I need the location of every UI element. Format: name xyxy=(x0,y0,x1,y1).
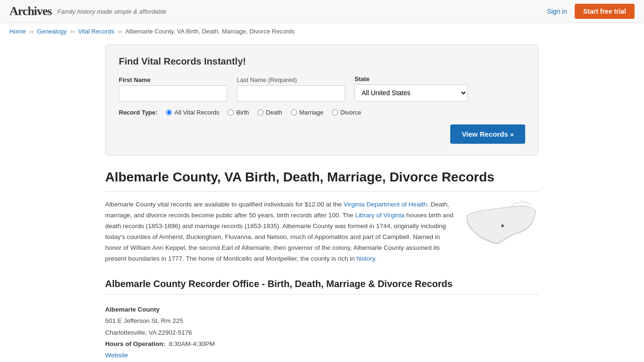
virginia-map-svg xyxy=(465,201,538,248)
record-type-label: Record Type: xyxy=(119,109,157,116)
recorder-info: Albemarle County 501 E Jefferson St, Rm … xyxy=(105,304,539,361)
state-label: State xyxy=(355,75,468,82)
radio-marriage-label: Marriage xyxy=(299,109,323,116)
sign-in-link[interactable]: Sign in xyxy=(547,8,567,15)
recorder-hours: 8:30AM-4:30PM xyxy=(169,340,215,347)
first-name-group: First Name xyxy=(119,76,227,101)
library-va-link[interactable]: Library of Virginia xyxy=(355,212,405,219)
state-group: State All United States Virginia xyxy=(355,75,468,101)
radio-birth-input[interactable] xyxy=(228,109,234,115)
recorder-address2: Charlottesville, VA 22902-5176 xyxy=(105,327,539,338)
recorder-address1: 501 E Jefferson St, Rm 225 xyxy=(105,315,539,327)
recorder-name: Albemarle County xyxy=(105,306,160,313)
radio-death[interactable]: Death xyxy=(257,109,282,116)
breadcrumb: Home ›› Genealogy ›› Vital Records ›› Al… xyxy=(0,23,644,40)
radio-death-label: Death xyxy=(266,109,282,116)
page-heading: Albemarle County, VA Birth, Death, Marri… xyxy=(105,169,539,192)
last-name-label: Last Name (Required) xyxy=(237,76,345,83)
search-box: Find Vital Records Instantly! First Name… xyxy=(105,44,539,156)
search-fields: First Name Last Name (Required) State Al… xyxy=(119,75,525,101)
breadcrumb-home[interactable]: Home xyxy=(9,28,26,35)
first-name-input[interactable] xyxy=(119,85,227,101)
breadcrumb-sep-3: ›› xyxy=(118,28,122,35)
breadcrumb-sep-1: ›› xyxy=(29,28,33,35)
description-section: Albemarle County vital records are avail… xyxy=(105,199,539,264)
logo: Archives xyxy=(9,4,52,18)
recorder-hours-label: Hours of Operation: xyxy=(105,340,165,347)
view-records-button[interactable]: View Records » xyxy=(450,124,525,144)
search-button-row: View Records » xyxy=(119,124,525,144)
record-type-row: Record Type: All Vital Records Birth Dea… xyxy=(119,109,525,116)
history-link[interactable]: history xyxy=(356,255,375,262)
tagline: Family history made simple & affordable xyxy=(58,8,166,15)
radio-divorce[interactable]: Divorce xyxy=(332,109,361,116)
header-left: Archives Family history made simple & af… xyxy=(9,4,166,18)
first-name-label: First Name xyxy=(119,76,227,83)
va-dept-link[interactable]: Virginia Department of Health xyxy=(344,201,427,208)
radio-divorce-label: Divorce xyxy=(340,109,361,116)
state-select[interactable]: All United States Virginia xyxy=(355,84,468,101)
radio-divorce-input[interactable] xyxy=(332,109,338,115)
description-text: Albemarle County vital records are avail… xyxy=(105,199,454,264)
breadcrumb-genealogy[interactable]: Genealogy xyxy=(37,28,67,35)
radio-marriage[interactable]: Marriage xyxy=(291,109,323,116)
last-name-input[interactable] xyxy=(237,85,345,101)
radio-birth[interactable]: Birth xyxy=(228,109,249,116)
main-content: Find Vital Records Instantly! First Name… xyxy=(96,40,548,362)
svg-line-1 xyxy=(512,204,514,206)
header-right: Sign in Start free trial xyxy=(547,4,635,19)
last-name-group: Last Name (Required) xyxy=(237,76,345,101)
virginia-map xyxy=(463,199,539,264)
header: Archives Family history made simple & af… xyxy=(0,0,644,23)
recorder-website-link[interactable]: Website xyxy=(105,352,128,359)
search-title: Find Vital Records Instantly! xyxy=(119,56,525,67)
radio-all-vital-label: All Vital Records xyxy=(174,109,219,116)
county-marker xyxy=(501,224,504,227)
radio-marriage-input[interactable] xyxy=(291,109,297,115)
breadcrumb-current: Albemarle County, VA Birth, Death, Marri… xyxy=(125,28,295,35)
radio-birth-label: Birth xyxy=(236,109,249,116)
radio-death-input[interactable] xyxy=(257,109,264,115)
radio-all-vital[interactable]: All Vital Records xyxy=(166,109,219,116)
recorder-heading: Albemarle County Recorder Office - Birth… xyxy=(105,279,539,295)
radio-all-vital-input[interactable] xyxy=(166,109,172,115)
start-trial-button[interactable]: Start free trial xyxy=(575,4,635,19)
breadcrumb-sep-2: ›› xyxy=(70,28,74,35)
breadcrumb-vital-records[interactable]: Vital Records xyxy=(78,28,114,35)
